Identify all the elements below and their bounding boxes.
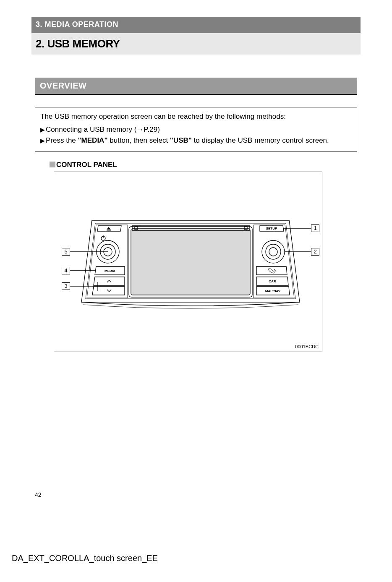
triangle-icon: ▶ bbox=[40, 125, 45, 135]
document-page: 3. MEDIA OPERATION 2. USB MEMORY OVERVIE… bbox=[0, 0, 392, 582]
callout-3: 3 bbox=[62, 282, 70, 290]
page-title: 2. USB MEMORY bbox=[36, 37, 356, 50]
content-area: OVERVIEW The USB memory operation screen… bbox=[31, 78, 361, 352]
info-line-2: ▶ Press the "MEDIA" button, then select … bbox=[40, 136, 352, 146]
mapnav-button-label: MAP/NAV bbox=[265, 289, 281, 293]
callout-2: 2 bbox=[311, 248, 319, 256]
overview-heading: OVERVIEW bbox=[35, 78, 357, 95]
control-panel-heading: CONTROL PANEL bbox=[50, 161, 357, 169]
footer-text: DA_EXT_COROLLA_touch screen_EE bbox=[12, 553, 158, 563]
text-fragment: Press the bbox=[46, 136, 78, 144]
text-fragment: button, then select bbox=[107, 136, 170, 144]
info-line-1: ▶ Connecting a USB memory (→P.29) bbox=[40, 125, 352, 135]
title-bar: 2. USB MEMORY bbox=[31, 33, 361, 55]
svg-point-13 bbox=[269, 248, 277, 256]
svg-line-14 bbox=[274, 269, 276, 271]
car-button-label: CAR bbox=[269, 279, 276, 283]
info-box: The USB memory operation screen can be r… bbox=[35, 107, 357, 151]
info-text-1: Connecting a USB memory (→P.29) bbox=[46, 125, 352, 135]
control-panel-diagram: SETUP MEDIA CAR MAP/NAV bbox=[54, 172, 323, 352]
usb-label: "USB" bbox=[170, 136, 192, 144]
media-label: "MEDIA" bbox=[78, 136, 108, 144]
media-button-label: MEDIA bbox=[105, 269, 115, 273]
svg-point-11 bbox=[262, 240, 285, 263]
diagram-frame: SETUP MEDIA CAR MAP/NAV 1 2 3 4 5 0001BC… bbox=[54, 172, 322, 352]
control-panel-label: CONTROL PANEL bbox=[56, 161, 117, 169]
svg-rect-0 bbox=[131, 229, 250, 295]
callout-1: 1 bbox=[311, 224, 319, 232]
callout-5: 5 bbox=[62, 248, 70, 256]
page-number: 42 bbox=[35, 491, 42, 498]
info-text-2: Press the "MEDIA" button, then select "U… bbox=[46, 136, 352, 146]
callout-4: 4 bbox=[62, 267, 70, 274]
triangle-icon: ▶ bbox=[40, 136, 45, 146]
section-header: 3. MEDIA OPERATION bbox=[31, 17, 361, 33]
svg-point-12 bbox=[266, 244, 281, 259]
square-bullet-icon bbox=[50, 162, 55, 167]
setup-button-label: SETUP bbox=[266, 227, 277, 230]
diagram-code: 0001BCDC bbox=[295, 344, 319, 349]
text-fragment: to display the USB memory control screen… bbox=[192, 136, 329, 144]
svg-marker-2 bbox=[107, 227, 111, 230]
info-intro: The USB memory operation screen can be r… bbox=[40, 112, 352, 122]
